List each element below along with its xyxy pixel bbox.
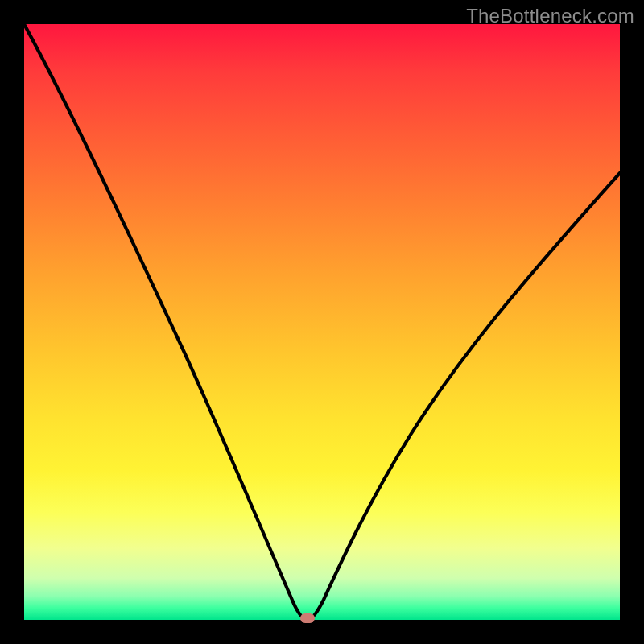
optimum-marker bbox=[300, 613, 315, 623]
watermark-text: TheBottleneck.com bbox=[466, 5, 634, 27]
curve-path bbox=[24, 24, 620, 620]
plot-area bbox=[24, 24, 620, 620]
bottleneck-curve bbox=[24, 24, 620, 620]
chart-frame: TheBottleneck.com bbox=[0, 0, 644, 644]
